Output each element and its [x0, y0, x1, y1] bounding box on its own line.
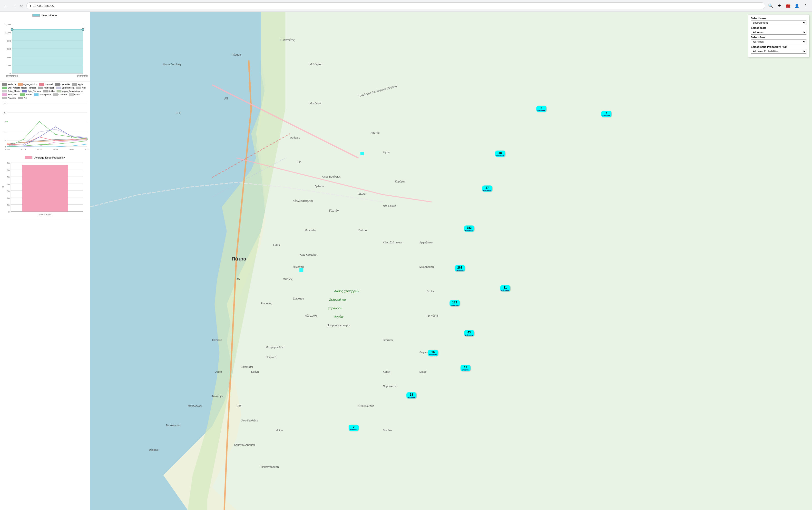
svg-text:2021: 2021 — [53, 148, 58, 151]
browser-chrome: ← → ↻ ● 127.0.0.1:5000 🔍 ★ 🧰 👤 ⋮ — [0, 0, 812, 12]
svg-text:0: 0 — [8, 211, 9, 213]
bookmark-icon[interactable]: ★ — [776, 2, 783, 9]
marker-48[interactable]: 48 nvironme — [495, 151, 505, 157]
legend-kritika: Kritika — [43, 90, 55, 92]
legend-agyia: Agyia — [72, 83, 83, 86]
marker-172[interactable]: 172 nvironme — [450, 300, 460, 306]
map-container[interactable]: Πάτρα Πλατανίτης Πέραμα Κάτω Βασιλική Μο… — [90, 12, 812, 510]
svg-text:5: 5 — [5, 139, 6, 142]
svg-text:25: 25 — [3, 102, 6, 105]
legend-2nd-kinotita: 2nd_Kinotita_Notios_Tomeas — [2, 87, 36, 89]
extensions-icon[interactable]: 🧰 — [785, 2, 791, 9]
select-area-row: Select Area: All Areas Perivola Agios_Va… — [751, 36, 806, 44]
legend-psila-alwnia: Psila_Alwnia — [2, 90, 20, 92]
legend-rio: Rio — [18, 97, 27, 99]
svg-text:15: 15 — [3, 121, 6, 123]
issues-count-chart-section: Issues Count 1,200 1,000 800 600 400 200… — [0, 12, 90, 82]
multiline-legend: Perivola Agios_Vasilios Saravali Demenik… — [1, 83, 89, 100]
svg-text:40: 40 — [7, 183, 9, 186]
marker-383[interactable]: 383 nvironme — [464, 225, 474, 231]
marker-2-top[interactable]: 2 nvironme — [536, 106, 546, 112]
multiline-chart-section: Perivola Agios_Vasilios Saravali Demenik… — [0, 82, 90, 154]
select-issue-row: Select Issue: environment infrastructure… — [751, 17, 806, 25]
svg-text:environment: environment — [39, 214, 52, 216]
svg-text:2019: 2019 — [21, 148, 26, 151]
issues-count-legend-color — [32, 13, 40, 17]
svg-point-18 — [11, 28, 13, 31]
svg-text:2022: 2022 — [69, 148, 74, 151]
marker-12[interactable]: 12 nvironme — [460, 365, 471, 371]
select-year-row: Select Year: All Years 2018 2019 2020 20… — [751, 26, 806, 35]
legend-saravali: Saravali — [39, 83, 53, 86]
select-prob-label: Select Issue Probability (%): — [751, 45, 806, 48]
avg-prob-legend-color — [25, 156, 32, 159]
select-area-dropdown[interactable]: All Areas Perivola Agios_Vasilios Sarava… — [751, 39, 806, 44]
marker-81[interactable]: 81 nvironme — [500, 285, 510, 291]
svg-text:1,200: 1,200 — [5, 23, 11, 26]
svg-text:70: 70 — [7, 162, 9, 164]
svg-point-46 — [71, 136, 72, 138]
map-markers: 2 nvironme 7 nvironme 48 nvironme 27 nvi… — [90, 12, 812, 510]
legend-zarouchleika: Zarouchleika — [56, 87, 74, 89]
svg-text:600: 600 — [7, 48, 11, 50]
select-year-dropdown[interactable]: All Years 2018 2019 2020 2021 2022 2023 — [751, 30, 806, 35]
select-issue-label: Select Issue: — [751, 17, 806, 20]
svg-text:800: 800 — [7, 40, 11, 42]
svg-text:20: 20 — [7, 197, 9, 199]
avg-prob-legend-label: Average Issue Probability — [34, 156, 65, 159]
svg-marker-16 — [12, 29, 83, 74]
back-button[interactable]: ← — [3, 3, 9, 9]
legend-kria-itewn: Kria_Itewn — [2, 93, 18, 96]
main-layout: Issues Count 1,200 1,000 800 600 400 200… — [0, 12, 812, 510]
marker-18[interactable]: 18 nvironme — [407, 392, 417, 399]
svg-point-44 — [39, 121, 40, 122]
menu-icon[interactable]: ⋮ — [802, 2, 809, 9]
legend-agios-vasilios: Agios_Vasilios — [18, 83, 37, 86]
svg-point-47 — [87, 138, 88, 140]
svg-point-43 — [23, 139, 24, 140]
marker-43[interactable]: 43 nvironme — [464, 330, 474, 336]
svg-text:environment: environment — [6, 75, 19, 77]
svg-text:400: 400 — [7, 56, 11, 59]
svg-text:2020: 2020 — [37, 148, 42, 151]
legend-perivola: Perivola — [2, 83, 16, 86]
legend-ovria: Ovria — [69, 93, 80, 96]
legend-anthoupoli: Anthoupoli — [38, 87, 54, 89]
profile-icon[interactable]: 👤 — [793, 2, 800, 9]
svg-text:200: 200 — [7, 64, 11, 67]
refresh-button[interactable]: ↻ — [19, 3, 24, 9]
svg-text:Μ: Μ — [2, 186, 4, 188]
marker-7[interactable]: 7 nvironme — [601, 111, 611, 117]
issues-count-legend-label: Issues Count — [42, 13, 57, 17]
svg-text:2023: 2023 — [85, 148, 89, 151]
select-year-label: Select Year: — [751, 26, 806, 29]
svg-text:0: 0 — [5, 146, 6, 148]
svg-text:60: 60 — [7, 169, 9, 171]
forward-button[interactable]: → — [11, 3, 17, 9]
svg-text:10: 10 — [7, 204, 9, 206]
marker-27[interactable]: 27 nvironme — [482, 186, 492, 192]
legend-demenika: Demenika — [55, 83, 70, 86]
select-prob-row: Select Issue Probability (%): All Issue … — [751, 45, 806, 54]
select-issue-dropdown[interactable]: environment infrastructure safety health — [751, 20, 806, 25]
svg-text:2018: 2018 — [5, 148, 10, 151]
marker-2-bottom[interactable]: 2 nvironme — [349, 425, 359, 431]
browser-icons: 🔍 ★ 🧰 👤 ⋮ — [767, 2, 809, 9]
svg-text:10: 10 — [3, 130, 6, 133]
svg-rect-66 — [22, 165, 68, 211]
marker-16[interactable]: 16 nvironme — [428, 350, 438, 356]
legend-tarampoura: Tarampoura — [34, 93, 51, 96]
svg-text:20: 20 — [3, 111, 6, 114]
legend-psachou: Psachou — [2, 97, 16, 99]
svg-point-42 — [6, 121, 7, 122]
legend-tritaki: Tritaki — [20, 93, 32, 96]
search-icon[interactable]: 🔍 — [767, 2, 774, 9]
left-panel: Issues Count 1,200 1,000 800 600 400 200… — [0, 12, 90, 510]
svg-point-19 — [82, 28, 84, 31]
control-panel: Select Issue: environment infrastructure… — [748, 15, 809, 57]
address-bar[interactable]: ● 127.0.0.1:5000 — [26, 2, 765, 9]
svg-point-45 — [55, 134, 56, 135]
url-text: 127.0.0.1:5000 — [33, 4, 54, 7]
marker-262[interactable]: 262 nvironme — [455, 265, 465, 272]
select-prob-dropdown[interactable]: All Issue Probabilities 0-25% 25-50% 50-… — [751, 49, 806, 54]
